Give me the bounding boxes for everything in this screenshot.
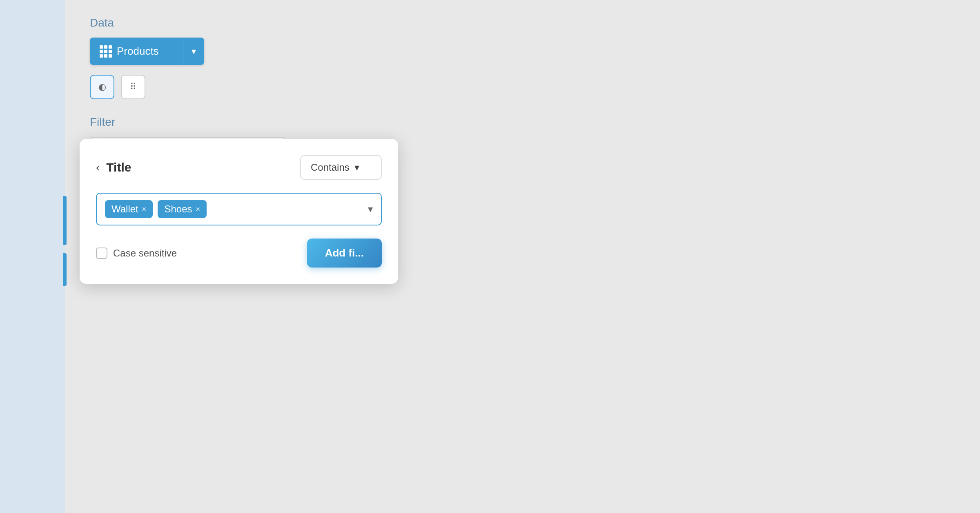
add-filter-button[interactable]: Add fi... bbox=[307, 239, 382, 268]
tags-chevron-icon: ▾ bbox=[368, 203, 373, 215]
products-dropdown-button[interactable]: ▾ bbox=[183, 38, 204, 65]
modal-footer: Case sensitive Add fi... bbox=[96, 239, 382, 268]
shoes-tag: Shoes × bbox=[158, 200, 207, 218]
products-main-button[interactable]: Products bbox=[90, 38, 183, 65]
left-sidebar bbox=[0, 0, 65, 513]
toggle-view-button[interactable]: ◐ bbox=[90, 75, 114, 99]
contains-label: Contains bbox=[311, 162, 350, 173]
case-sensitive-label: Case sensitive bbox=[113, 248, 177, 259]
icon-row: ◐ ⠿ bbox=[90, 75, 956, 99]
products-button-group: Products ▾ bbox=[90, 38, 204, 65]
wallet-tag: Wallet × bbox=[105, 200, 153, 218]
case-sensitive-checkbox[interactable] bbox=[96, 248, 107, 259]
data-section-label: Data bbox=[90, 16, 956, 29]
accent-strip-1 bbox=[63, 196, 67, 245]
accent-strip-2 bbox=[63, 253, 67, 286]
filter-label: Filter bbox=[90, 116, 956, 129]
data-section: Data Products ▾ ◐ ⠿ bbox=[90, 16, 956, 99]
grid-dots-icon: ⠿ bbox=[130, 82, 136, 92]
modal-header: ‹ Title Contains ▾ bbox=[96, 155, 382, 180]
modal-title: Title bbox=[106, 161, 131, 174]
back-icon: ‹ bbox=[96, 161, 100, 174]
contains-chevron-icon: ▾ bbox=[354, 162, 359, 173]
back-button[interactable]: ‹ bbox=[96, 161, 100, 174]
wallet-tag-label: Wallet bbox=[111, 203, 138, 215]
filter-modal: ‹ Title Contains ▾ Wallet × Shoes × ▾ bbox=[80, 139, 398, 284]
contains-dropdown-button[interactable]: Contains ▾ bbox=[300, 155, 382, 180]
case-sensitive-row: Case sensitive bbox=[96, 248, 177, 259]
tags-input-area[interactable]: Wallet × Shoes × ▾ bbox=[96, 193, 382, 225]
shoes-tag-label: Shoes bbox=[164, 203, 192, 215]
products-dropdown-chevron: ▾ bbox=[192, 46, 196, 56]
grid-filter-button[interactable]: ⠿ bbox=[121, 75, 145, 99]
wallet-tag-remove[interactable]: × bbox=[142, 205, 147, 213]
modal-title-row: ‹ Title bbox=[96, 161, 131, 174]
toggle-icon: ◐ bbox=[98, 82, 106, 92]
grid-icon bbox=[100, 45, 112, 58]
products-label: Products bbox=[117, 45, 159, 58]
shoes-tag-remove[interactable]: × bbox=[196, 205, 200, 213]
